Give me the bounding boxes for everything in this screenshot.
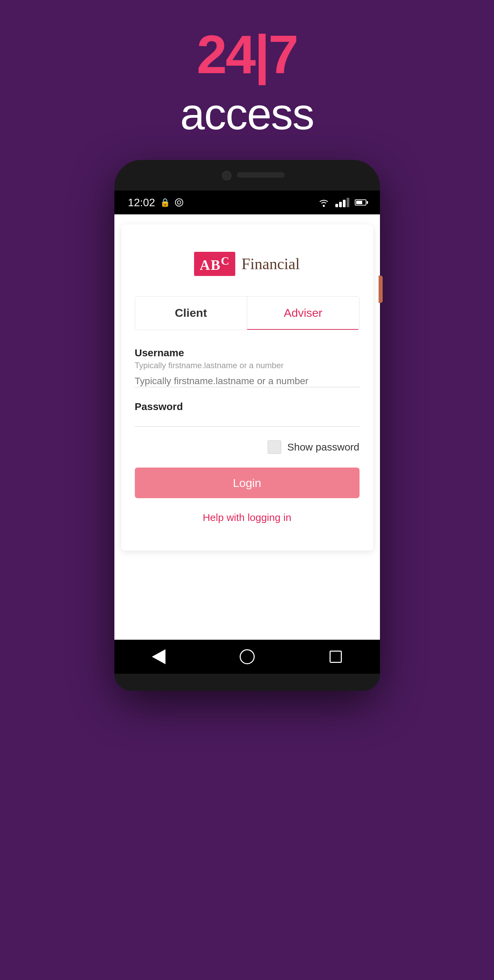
login-card: ABC Financial Client Adviser Username Ty… (121, 224, 373, 550)
logo-abc: ABC (194, 252, 235, 276)
phone-frame: 12:02 🔒 (115, 160, 380, 691)
wifi-icon (318, 198, 330, 207)
show-password-label: Show password (287, 441, 360, 453)
password-input[interactable] (135, 414, 360, 427)
hero-247: 24|7 (197, 27, 298, 82)
password-group: Password (135, 401, 360, 427)
speaker-notch (237, 172, 285, 178)
hero-access: access (180, 89, 314, 140)
lock-status-icon: 🔒 (160, 198, 170, 207)
phone-top-bar (115, 160, 380, 191)
logo-financial: Financial (241, 255, 300, 273)
back-icon (152, 649, 166, 664)
username-group: Username Typically firstname.lastname or… (135, 347, 360, 387)
hero-section: 24|7 access (180, 27, 314, 140)
password-label: Password (135, 401, 360, 412)
nav-recent-button[interactable] (325, 646, 346, 667)
recent-icon (330, 651, 342, 663)
phone-screen: ABC Financial Client Adviser Username Ty… (115, 215, 380, 640)
login-button[interactable]: Login (135, 468, 360, 498)
status-time: 12:02 (128, 196, 155, 209)
side-button (379, 275, 382, 303)
username-input[interactable] (135, 375, 360, 387)
phone-bottom-rounded (115, 674, 380, 691)
signal-bars (335, 198, 349, 207)
record-status-icon (175, 198, 183, 207)
username-label: Username (135, 347, 360, 359)
battery-icon (355, 199, 367, 205)
help-link[interactable]: Help with logging in (202, 512, 291, 523)
show-password-checkbox[interactable] (268, 440, 281, 454)
show-password-row: Show password (135, 440, 360, 454)
nav-home-button[interactable] (237, 646, 257, 667)
username-hint: Typically firstname.lastname or a number (135, 361, 360, 370)
status-bar: 12:02 🔒 (115, 191, 380, 215)
logo-area: ABC Financial (194, 252, 300, 276)
tab-client[interactable]: Client (135, 297, 247, 330)
svg-point-0 (323, 205, 325, 207)
logo-c: C (221, 255, 230, 267)
tab-container: Client Adviser (135, 296, 360, 330)
camera-notch (222, 171, 231, 180)
home-icon (240, 649, 255, 664)
phone-bottom-bar (115, 640, 380, 674)
tab-adviser[interactable]: Adviser (247, 297, 359, 330)
nav-back-button[interactable] (148, 646, 169, 667)
